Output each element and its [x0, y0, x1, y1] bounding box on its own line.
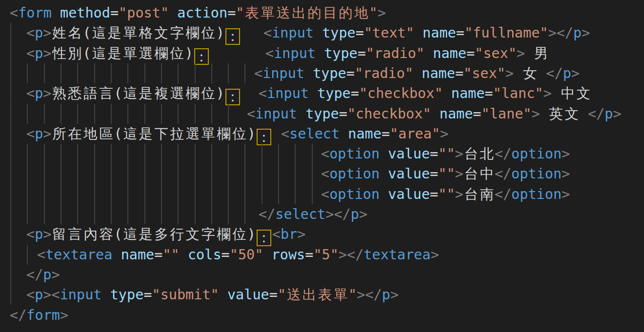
indent-guide-line	[127, 184, 128, 204]
code-segment: </p>	[26, 265, 60, 285]
code-text: (	[114, 126, 122, 142]
code-segment: <p>姓名(這是單格文字欄位)：	[26, 23, 241, 45]
cjk-character: 選	[169, 83, 185, 103]
code-token-text	[340, 126, 348, 142]
code-token-attribute: value	[388, 186, 430, 202]
cjk-character: 中	[560, 83, 576, 103]
indent-guide-line	[94, 204, 95, 224]
indent-guide-line	[295, 164, 296, 184]
indent-guide-line	[94, 104, 95, 124]
indent-guide-line	[211, 63, 212, 83]
code-text: "fullname"	[464, 25, 548, 41]
code-line[interactable]: <p><input type="submit" value="送出表單"></p…	[0, 285, 644, 305]
cjk-character: 這	[122, 124, 138, 144]
cjk-character: 格	[138, 23, 154, 43]
code-token-punctuation: >	[431, 247, 439, 263]
code-token-equals: =	[351, 85, 359, 101]
cjk-character: 文	[185, 224, 201, 244]
code-line[interactable]: <p>姓名(這是單格文字欄位)：<input type="text" name=…	[0, 23, 644, 43]
code-line[interactable]: <form method="post" action="表單送出的目的地">	[0, 3, 644, 23]
indent-guide-line	[111, 63, 112, 83]
code-token-punctuation: <	[321, 146, 329, 162]
indent-guide-line	[10, 265, 11, 285]
code-token-punctuation: <	[247, 106, 255, 122]
code-line[interactable]: <p>所在地區(這是下拉選單欄位)：<select name="area">	[0, 124, 644, 144]
code-line[interactable]: <p>熟悉語言(這是複選欄位)：<input type="checkbox" n…	[0, 83, 644, 103]
indent-guide-line	[228, 104, 229, 124]
code-line[interactable]: </form>	[0, 305, 644, 325]
indent-guide-line	[195, 204, 196, 224]
cjk-character: 是	[107, 23, 122, 43]
code-token-text	[431, 106, 440, 122]
indent-guide-line	[161, 204, 162, 224]
indent-guide-line	[211, 164, 212, 184]
code-token-attribute: value	[227, 287, 269, 303]
code-token-punctuation: >	[505, 65, 514, 81]
code-token-equals: =	[221, 247, 230, 263]
code-text: (	[83, 25, 91, 41]
code-token-tag: input	[60, 287, 102, 303]
code-line[interactable]: </select></p>	[0, 204, 644, 224]
code-line[interactable]: </p>	[0, 265, 644, 285]
code-token-punctuation: >	[357, 287, 365, 303]
code-token-text	[263, 247, 271, 263]
code-line[interactable]: <option value="">台中</option>	[0, 164, 644, 184]
indent-guide-line	[195, 144, 196, 164]
code-text	[413, 65, 422, 81]
code-token-text	[443, 85, 451, 101]
indent-guide-line	[144, 144, 145, 164]
code-token-attribute: type	[110, 287, 144, 303]
code-text: "post"	[119, 5, 169, 21]
code-token-string: "sex"	[463, 65, 505, 81]
code-line[interactable]: <p>留言內容(這是多行文字欄位)：<br>	[0, 224, 644, 244]
code-text	[169, 5, 177, 21]
code-text	[180, 247, 188, 263]
code-token-punctuation: <	[26, 226, 35, 242]
code-token-tag: input	[267, 85, 309, 101]
code-editor[interactable]: <form method="post" action="表單送出的目的地"><p…	[0, 0, 644, 332]
code-token-punctuation: >	[562, 186, 570, 202]
indent-guide-line	[10, 164, 11, 184]
code-token-punctuation: <	[281, 126, 289, 142]
cjk-character: 這	[91, 43, 107, 63]
code-line[interactable]: <input type="checkbox" name="lane"> 英文 <…	[0, 104, 644, 124]
code-token-punctuation: <	[26, 287, 35, 303]
code-text: (	[83, 45, 91, 61]
code-token-tag: select	[289, 126, 340, 142]
code-token-attribute: name	[451, 85, 485, 101]
code-token-text: 台北	[463, 146, 495, 162]
code-text: (	[114, 226, 122, 242]
cjk-character: 女	[522, 63, 538, 83]
unicode-highlight-box: ：	[225, 28, 240, 45]
code-line[interactable]: <p>性別(這是單選欄位)：<input type="radio" name="…	[0, 43, 644, 63]
code-token-string: "fullname"	[464, 25, 548, 41]
code-text: "5"	[313, 247, 338, 263]
code-line[interactable]: <input type="radio" name="sex"> 女 </p>	[0, 63, 644, 83]
cjk-character: 送	[286, 285, 302, 305]
code-text: "	[348, 287, 357, 303]
cjk-character: 的	[307, 3, 322, 23]
code-token-tag: input	[272, 25, 314, 41]
indent-guide-line	[262, 184, 262, 204]
code-text	[380, 166, 388, 182]
code-token-equals: =	[305, 247, 313, 263]
code-text: "lanc"	[493, 85, 543, 101]
code-line[interactable]: <option value="">台南</option>	[0, 184, 644, 204]
cjk-character: 單	[122, 23, 138, 43]
code-token-equals: =	[430, 186, 438, 202]
code-text	[316, 45, 324, 61]
code-token-punctuation: >	[562, 166, 570, 182]
indent-guide-line	[211, 204, 212, 224]
cjk-character: 欄	[185, 83, 201, 103]
indent-guide-line	[178, 164, 179, 184]
code-token-punctuation: >	[297, 226, 305, 242]
code-line[interactable]: <option value="">台北</option>	[0, 144, 644, 164]
code-token-equals: =	[269, 287, 278, 303]
code-token-tag: option	[511, 166, 562, 182]
code-token-punctuation: <	[37, 247, 45, 263]
code-line[interactable]: <textarea name="" cols="50" rows="5"></t…	[0, 245, 644, 265]
code-token-punctuation: </	[347, 247, 363, 263]
code-segment: <p><input type="submit" value="送出表單"></p…	[26, 285, 399, 305]
indent-guide-line	[195, 164, 196, 184]
unicode-highlight-box: ：	[194, 48, 209, 65]
